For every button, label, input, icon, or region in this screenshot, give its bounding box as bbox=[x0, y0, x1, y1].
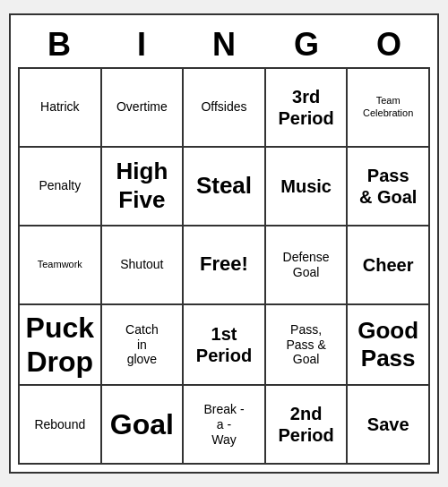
bingo-cell: Goal bbox=[102, 386, 185, 465]
bingo-card: BINGO HatrickOvertimeOffsides3rdPeriodTe… bbox=[9, 13, 439, 474]
bingo-cell: Steal bbox=[184, 148, 266, 226]
cell-text: 3rdPeriod bbox=[278, 86, 333, 129]
cell-text: 1stPeriod bbox=[196, 323, 252, 366]
bingo-cell: Break -a -Way bbox=[184, 386, 266, 465]
cell-text: Free! bbox=[200, 252, 248, 276]
cell-text: Save bbox=[367, 414, 409, 435]
bingo-cell: Penalty bbox=[20, 148, 102, 226]
cell-text: Offsides bbox=[201, 99, 246, 115]
bingo-cell: 2ndPeriod bbox=[266, 386, 349, 465]
bingo-cell: 3rdPeriod bbox=[266, 69, 349, 148]
header-letter: O bbox=[348, 22, 430, 67]
bingo-cell: PuckDrop bbox=[20, 305, 102, 387]
bingo-cell: Overtime bbox=[102, 69, 185, 148]
bingo-cell: Rebound bbox=[20, 386, 102, 465]
cell-text: Teamwork bbox=[38, 259, 82, 270]
cell-text: Rebound bbox=[34, 417, 85, 432]
bingo-cell: HighFive bbox=[102, 148, 185, 226]
bingo-cell: Pass,Pass &Goal bbox=[266, 305, 349, 387]
cell-text: TeamCelebration bbox=[363, 95, 413, 118]
cell-text: 2ndPeriod bbox=[278, 403, 333, 446]
bingo-cell: Hatrick bbox=[20, 69, 102, 148]
bingo-cell: Free! bbox=[184, 226, 266, 305]
bingo-grid: HatrickOvertimeOffsides3rdPeriodTeamCele… bbox=[18, 67, 430, 466]
cell-text: Overtime bbox=[116, 99, 168, 115]
cell-text: Break -a -Way bbox=[203, 402, 244, 447]
bingo-cell: DefenseGoal bbox=[266, 226, 349, 305]
cell-text: Pass,Pass &Goal bbox=[286, 322, 325, 367]
bingo-cell: GoodPass bbox=[348, 305, 430, 387]
bingo-header: BINGO bbox=[18, 22, 430, 67]
cell-text: Goal bbox=[110, 407, 174, 441]
bingo-cell: Cheer bbox=[348, 226, 430, 305]
cell-text: Cheer bbox=[363, 254, 414, 276]
cell-text: Steal bbox=[196, 172, 252, 200]
bingo-cell: Shutout bbox=[102, 226, 185, 305]
cell-text: PuckDrop bbox=[26, 311, 94, 380]
cell-text: GoodPass bbox=[358, 317, 418, 372]
cell-text: Shutout bbox=[120, 257, 163, 272]
bingo-cell: Teamwork bbox=[20, 226, 102, 305]
cell-text: Catchinglove bbox=[125, 322, 159, 367]
header-letter: N bbox=[183, 22, 265, 67]
bingo-cell: Music bbox=[266, 148, 349, 226]
bingo-cell: Offsides bbox=[184, 69, 266, 148]
bingo-cell: TeamCelebration bbox=[348, 69, 430, 148]
header-letter: B bbox=[18, 22, 100, 67]
cell-text: Hatrick bbox=[40, 99, 80, 115]
cell-text: Music bbox=[280, 175, 332, 197]
cell-text: DefenseGoal bbox=[283, 250, 330, 280]
cell-text: HighFive bbox=[116, 158, 168, 213]
cell-text: Pass& Goal bbox=[359, 165, 417, 208]
header-letter: I bbox=[100, 22, 183, 67]
bingo-cell: 1stPeriod bbox=[184, 305, 266, 387]
cell-text: Penalty bbox=[39, 178, 81, 193]
bingo-cell: Catchinglove bbox=[102, 305, 185, 387]
bingo-cell: Save bbox=[348, 386, 430, 465]
header-letter: G bbox=[265, 22, 348, 67]
bingo-cell: Pass& Goal bbox=[348, 148, 430, 226]
